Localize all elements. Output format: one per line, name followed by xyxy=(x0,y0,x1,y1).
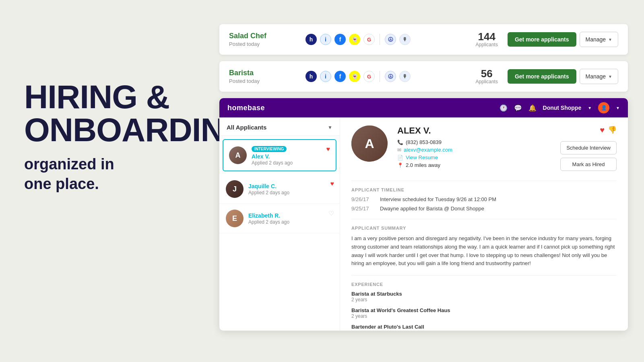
facebook-icon[interactable]: f xyxy=(334,34,346,45)
h-icon[interactable]: h xyxy=(305,34,317,45)
snapchat-icon[interactable]: 👻 xyxy=(349,34,360,45)
schedule-interview-button[interactable]: Schedule Interview xyxy=(560,141,617,154)
job-icons-salad-chef: h i f 👻 G ☮ 🎙 xyxy=(305,34,469,45)
job-info-barista: Barista Posted today xyxy=(229,69,293,84)
info-icon[interactable]: i xyxy=(320,34,331,45)
app-logo: homebase xyxy=(227,104,265,112)
status-badge-interviewing: INTERVIEWING xyxy=(252,146,287,152)
view-resume-link[interactable]: View Resume xyxy=(406,154,438,160)
applicant-name-elizabeth[interactable]: Elizabeth R. xyxy=(248,212,333,219)
phone-row: 📞 (832) 853-0839 xyxy=(397,139,552,145)
applicant-card-jaquille[interactable]: J Jaquille C. Applied 2 days ago ♥ xyxy=(219,175,340,204)
snapchat-icon[interactable]: 👻 xyxy=(349,71,360,82)
exp-title-1: Barista at Starbucks xyxy=(351,291,617,297)
user-menu-arrow-icon[interactable]: ▼ xyxy=(616,106,620,110)
clock-icon[interactable]: 🕐 xyxy=(500,104,508,112)
google-icon[interactable]: G xyxy=(363,71,375,82)
mic-icon[interactable]: 🎙 xyxy=(399,34,411,45)
applicant-count-barista: 56 Applicants xyxy=(476,68,498,84)
experience-item-1: Barista at Starbucks 2 years xyxy=(351,291,617,302)
applicant-info-alex: INTERVIEWING Alex V. Applied 2 days ago xyxy=(252,145,330,166)
store-name: Donut Shoppe xyxy=(543,105,582,111)
favorite-icon-jaquille[interactable]: ♥ xyxy=(330,180,334,187)
applicant-avatar-elizabeth: E xyxy=(226,210,244,227)
manage-button-barista[interactable]: Manage ▼ xyxy=(580,69,619,84)
applicant-card-elizabeth[interactable]: E Elizabeth R. Applied 2 days ago ♡ xyxy=(219,204,340,233)
detail-avatar: A xyxy=(351,125,388,162)
favorite-icon-alex[interactable]: ♥ xyxy=(326,146,330,153)
applicant-info-elizabeth: Elizabeth R. Applied 2 days ago xyxy=(248,212,333,225)
experience-list: Barista at Starbucks 2 years Barista at … xyxy=(351,291,617,331)
dropdown-arrow-icon: ▼ xyxy=(608,74,612,79)
divider xyxy=(380,71,380,82)
applicant-name-jaquille[interactable]: Jaquille C. xyxy=(248,183,333,189)
peace-icon[interactable]: ☮ xyxy=(385,34,396,45)
bell-icon[interactable]: 🔔 xyxy=(528,104,537,112)
applicant-applied-jaquille: Applied 2 days ago xyxy=(248,190,333,195)
detail-name: ALEX V. xyxy=(397,125,552,136)
filter-dropdown-icon[interactable]: ▼ xyxy=(328,125,332,130)
favorite-toggle-icon[interactable]: ♥ xyxy=(600,125,605,135)
peace-icon[interactable]: ☮ xyxy=(385,71,396,82)
applicant-list-header: All Applicants ▼ xyxy=(219,117,340,136)
detail-name-area: ALEX V. 📞 (832) 853-0839 ✉ alexv@example… xyxy=(397,125,552,170)
timeline: 9/26/17 Interview scheduled for Tuesday … xyxy=(351,196,617,212)
chat-icon[interactable]: 💬 xyxy=(514,104,522,112)
applicant-name-alex[interactable]: Alex V. xyxy=(252,153,330,160)
applicant-list-panel: All Applicants ▼ A INTERVIEWING Alex V. … xyxy=(219,117,340,331)
timeline-event-2: Dwayne applied for Barista @ Donut Shopp… xyxy=(380,206,484,212)
applicant-avatar-jaquille: J xyxy=(226,180,244,198)
experience-section-title: EXPERIENCE xyxy=(351,275,617,287)
phone-icon: 📞 xyxy=(397,140,403,145)
favorite-icon-elizabeth[interactable]: ♡ xyxy=(328,210,334,217)
info-icon[interactable]: i xyxy=(320,71,331,82)
job-info-salad-chef: Salad Chef Posted today xyxy=(229,32,293,47)
manage-button-salad-chef[interactable]: Manage ▼ xyxy=(580,32,619,47)
timeline-section-title: APPLICANT TIMELINE xyxy=(351,181,617,192)
applicant-summary: I am a very positive person and disregar… xyxy=(351,234,617,268)
job-posted-salad-chef: Posted today xyxy=(229,41,293,47)
job-card-barista: Barista Posted today h i f 👻 G ☮ 🎙 56 Ap… xyxy=(219,61,628,92)
resume-row: 📄 View Resume xyxy=(397,154,552,160)
experience-item-3: Bartender at Pluto's Last Call 2 years xyxy=(351,324,617,331)
action-icons: ♥ 👎 xyxy=(560,125,617,135)
job-posted-barista: Posted today xyxy=(229,78,293,84)
dropdown-arrow-icon: ▼ xyxy=(608,37,612,42)
app-panel: homebase 🕐 💬 🔔 Donut Shoppe ▼ 👤 ▼ All Ap… xyxy=(219,98,628,331)
detail-phone: (832) 853-0839 xyxy=(406,139,442,145)
applicant-card-alex[interactable]: A INTERVIEWING Alex V. Applied 2 days ag… xyxy=(223,139,336,171)
hero-title: HIRING &ONBOARDING xyxy=(24,80,217,146)
app-header-right: 🕐 💬 🔔 Donut Shoppe ▼ 👤 ▼ xyxy=(500,102,620,113)
timeline-date-2: 9/25/17 xyxy=(351,206,374,212)
location-icon: 📍 xyxy=(397,162,403,168)
timeline-row-1: 9/26/17 Interview scheduled for Tuesday … xyxy=(351,196,617,202)
get-more-applicants-button-salad-chef[interactable]: Get more applicants xyxy=(508,32,576,47)
mark-as-hired-button[interactable]: Mark as Hired xyxy=(560,158,617,171)
job-title-barista: Barista xyxy=(229,69,293,77)
mic-icon[interactable]: 🎙 xyxy=(399,71,411,82)
facebook-icon[interactable]: f xyxy=(334,71,346,82)
hero-subtitle: organized inone place. xyxy=(24,154,217,194)
timeline-event-1: Interview scheduled for Tuesday 9/26 at … xyxy=(380,196,496,202)
exp-title-2: Barista at World's Greatest Coffee Haus xyxy=(351,307,617,313)
app-header: homebase 🕐 💬 🔔 Donut Shoppe ▼ 👤 ▼ xyxy=(219,98,628,117)
timeline-date-1: 9/26/17 xyxy=(351,196,374,202)
exp-duration-1: 2 years xyxy=(351,297,617,302)
app-body: All Applicants ▼ A INTERVIEWING Alex V. … xyxy=(219,117,628,331)
applicant-applied-elizabeth: Applied 2 days ago xyxy=(248,219,333,225)
document-icon: 📄 xyxy=(397,155,403,160)
exp-duration-3: 2 years xyxy=(351,330,617,331)
dropdown-arrow-icon[interactable]: ▼ xyxy=(588,106,592,110)
email-row: ✉ alexv@example.com xyxy=(397,147,552,153)
thumbs-down-icon[interactable]: 👎 xyxy=(608,125,617,135)
detail-email[interactable]: alexv@example.com xyxy=(404,147,452,153)
exp-duration-2: 2 years xyxy=(351,313,617,319)
user-avatar[interactable]: 👤 xyxy=(598,102,609,113)
detail-distance: 2.0 miles away xyxy=(406,162,440,168)
google-icon[interactable]: G xyxy=(363,34,375,45)
get-more-applicants-button-barista[interactable]: Get more applicants xyxy=(508,69,576,84)
h-icon[interactable]: h xyxy=(305,71,317,82)
applicant-applied-alex: Applied 2 days ago xyxy=(252,160,330,166)
job-title-salad-chef: Salad Chef xyxy=(229,32,293,40)
applicant-avatar-alex: A xyxy=(229,146,247,164)
